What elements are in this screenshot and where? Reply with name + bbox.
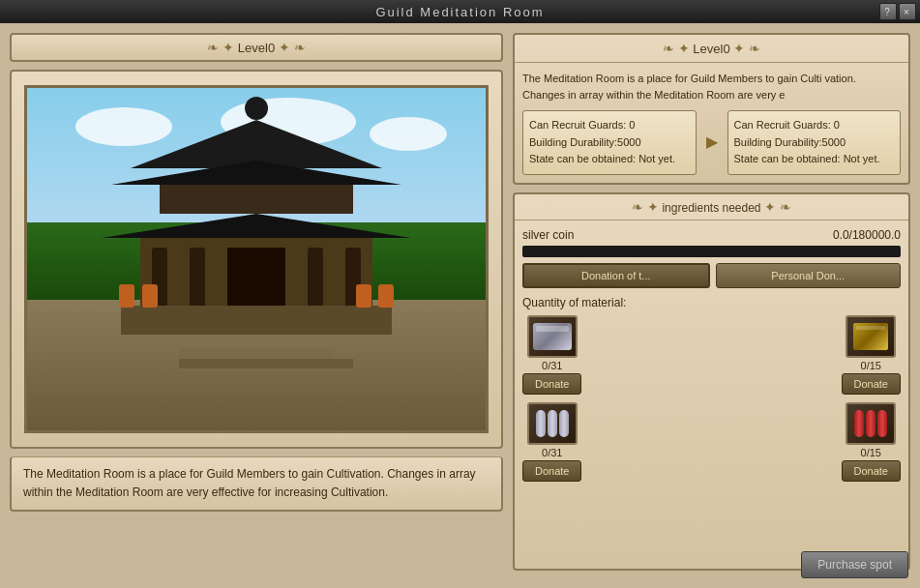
current-state: State can be obtained: Not yet.	[529, 151, 690, 168]
roof-ball	[245, 97, 268, 120]
materials-grid: 0/31 Donate 0/15	[522, 315, 901, 482]
current-durability: Building Durability:5000	[529, 134, 690, 152]
purchase-spot-button[interactable]: Purchase spot	[801, 551, 908, 578]
materials-row-1: 0/31 Donate 0/15	[522, 315, 901, 395]
silver-coin-row: silver coin 0.0/180000.0	[522, 228, 901, 242]
help-button[interactable]: ?	[879, 3, 897, 20]
mat-count-3: 0/31	[542, 447, 562, 458]
left-panel: ❧ ✦ Level0 ✦ ❧	[10, 33, 503, 578]
title-bar: Guild Meditation Room ? ×	[0, 0, 920, 23]
red-rod-2	[866, 410, 875, 437]
right-level-header: ❧ ✦ Level0 ✦ ❧	[515, 35, 908, 63]
silver-ingot-icon	[533, 323, 572, 350]
material-item-3: 0/31 Donate	[522, 402, 581, 482]
ingredients-label: ingredients needed	[662, 201, 760, 215]
info-text: The Meditation Room is a place for Guild…	[522, 73, 856, 101]
ing-ornament-r: ✦ ❧	[764, 199, 791, 215]
silver-progress-bar	[522, 246, 901, 257]
window-title: Guild Meditation Room	[375, 5, 544, 19]
right-panel: ❧ ✦ Level0 ✦ ❧ The Meditation Room is a …	[513, 33, 910, 578]
ingredients-header: ❧ ✦ ingredients needed ✦ ❧	[515, 194, 908, 220]
rod-2	[548, 410, 557, 437]
donate-button-1[interactable]: Donate	[522, 373, 581, 395]
arrow-icon: ▶	[702, 110, 722, 175]
material-icon-4	[846, 402, 896, 445]
title-bar-buttons: ? ×	[879, 3, 916, 20]
personal-donation-button[interactable]: Personal Don...	[716, 263, 902, 288]
red-rod-1	[854, 410, 864, 437]
material-item-1: 0/31 Donate	[522, 315, 581, 395]
building-scene	[27, 88, 486, 430]
column-3	[308, 248, 323, 306]
steps	[179, 349, 334, 368]
mat-count-1: 0/31	[542, 360, 562, 371]
ornament-right: ✦ ❧	[279, 40, 306, 55]
material-icon-3	[527, 402, 578, 445]
building-image	[24, 85, 489, 433]
materials-row-2: 0/31 Donate	[522, 402, 901, 482]
lantern-l2	[119, 284, 134, 308]
silver-coin-value: 0.0/180000.0	[833, 228, 901, 242]
next-stats: Can Recruit Guards: 0 Building Durabilit…	[727, 110, 902, 175]
ornament-left: ❧ ✦	[207, 40, 234, 55]
ing-ornament-l: ❧ ✦	[632, 199, 659, 215]
close-button[interactable]: ×	[899, 3, 916, 20]
step-1	[179, 349, 334, 359]
gold-book-icon	[853, 323, 888, 350]
info-panel: ❧ ✦ Level0 ✦ ❧ The Meditation Room is a …	[513, 33, 910, 185]
mat-count-2: 0/15	[861, 360, 881, 371]
material-item-4: 0/15 Donate	[842, 402, 901, 482]
left-level-header: ❧ ✦ Level0 ✦ ❧	[12, 35, 501, 60]
right-level-label: Level0	[693, 42, 729, 56]
lantern-r1	[356, 284, 371, 308]
main-content: ❧ ✦ Level0 ✦ ❧	[0, 23, 920, 588]
donate-button-2[interactable]: Donate	[842, 373, 901, 395]
lantern-l1	[142, 284, 158, 308]
ingredients-content: silver coin 0.0/180000.0 Donation of t..…	[515, 220, 908, 489]
silver-coin-label: silver coin	[522, 228, 574, 242]
ornament-r-left: ❧ ✦	[663, 41, 690, 56]
lantern-r2	[378, 284, 394, 308]
platform	[121, 306, 392, 335]
current-stats: Can Recruit Guards: 0 Building Durabilit…	[522, 110, 697, 175]
book-shine	[856, 326, 885, 330]
material-icon-1	[527, 315, 578, 358]
column-2	[190, 248, 205, 306]
red-rod-3	[877, 410, 887, 437]
left-level-label: Level0	[238, 41, 275, 55]
donation-of-button[interactable]: Donation of t...	[522, 263, 710, 288]
next-durability: Building Durability:5000	[734, 134, 895, 152]
mid-section	[160, 185, 353, 214]
next-state: State can be obtained: Not yet.	[734, 151, 895, 168]
description-box: The Meditation Room is a place for Guild…	[10, 456, 503, 512]
donate-button-3[interactable]: Donate	[522, 460, 581, 482]
silver-rods-icon	[536, 410, 569, 437]
material-item-2: 0/15 Donate	[842, 315, 901, 395]
mat-count-4: 0/15	[861, 447, 881, 458]
ornament-r-right: ✦ ❧	[733, 41, 760, 56]
step-2	[179, 359, 353, 368]
donate-button-4[interactable]: Donate	[842, 460, 901, 482]
material-icon-2	[846, 315, 896, 358]
info-content: The Meditation Room is a place for Guild…	[515, 63, 908, 183]
door	[227, 248, 285, 306]
donation-buttons-row: Donation of t... Personal Don...	[522, 263, 901, 288]
red-rods-icon	[854, 410, 887, 437]
rod-1	[536, 410, 546, 437]
ingot-shine	[536, 326, 569, 332]
ingredients-panel: ❧ ✦ ingredients needed ✦ ❧ silver coin 0…	[513, 192, 910, 571]
next-recruit: Can Recruit Guards: 0	[734, 117, 895, 134]
left-level-box: ❧ ✦ Level0 ✦ ❧	[10, 33, 503, 62]
quantity-label: Quantity of material:	[522, 296, 901, 309]
stats-row: Can Recruit Guards: 0 Building Durabilit…	[522, 110, 901, 175]
building-body	[140, 238, 372, 306]
building-image-panel	[10, 70, 503, 449]
description-text: The Meditation Room is a place for Guild…	[23, 467, 476, 499]
current-recruit: Can Recruit Guards: 0	[529, 117, 690, 134]
rod-3	[559, 410, 569, 437]
eave-2	[102, 214, 411, 238]
eave-1	[111, 161, 401, 185]
